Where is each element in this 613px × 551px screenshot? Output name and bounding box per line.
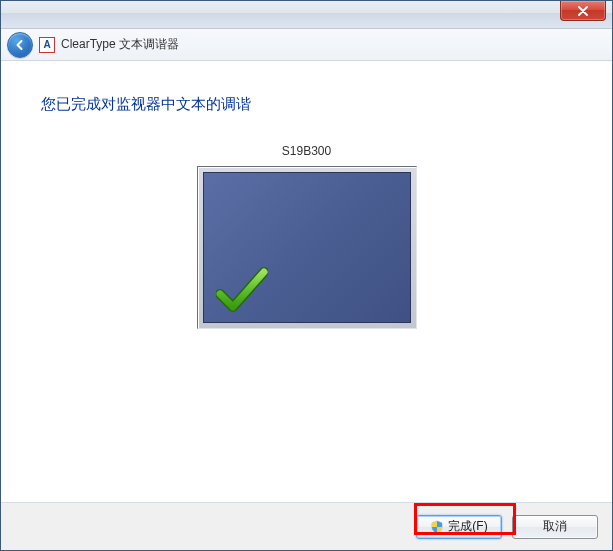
monitor-preview-area: S19B300: [41, 144, 572, 329]
finish-button[interactable]: 完成(F): [416, 515, 502, 539]
page-headline: 您已完成对监视器中文本的调谐: [41, 95, 572, 114]
close-button[interactable]: [560, 1, 606, 21]
cleartype-wizard-window: A ClearType 文本调谐器 您已完成对监视器中文本的调谐 S19B300: [0, 0, 613, 551]
cancel-button-label: 取消: [543, 518, 567, 535]
wizard-footer: 完成(F) 取消: [1, 502, 612, 550]
window-titlebar: [1, 1, 612, 29]
monitor-name-label: S19B300: [282, 144, 331, 158]
app-icon: A: [39, 37, 55, 53]
monitor-frame: [197, 166, 417, 329]
uac-shield-icon: [430, 520, 444, 534]
close-icon: [577, 6, 589, 16]
checkmark-icon: [216, 264, 268, 314]
wizard-header: A ClearType 文本调谐器: [1, 29, 612, 61]
app-title: ClearType 文本调谐器: [61, 36, 179, 53]
finish-button-label: 完成(F): [448, 518, 487, 535]
wizard-content: 您已完成对监视器中文本的调谐 S19B300: [1, 61, 612, 502]
arrow-left-icon: [13, 38, 27, 52]
app-icon-letter: A: [43, 40, 50, 50]
monitor-screen: [203, 172, 411, 323]
cancel-button[interactable]: 取消: [512, 515, 598, 539]
back-button[interactable]: [7, 32, 33, 58]
